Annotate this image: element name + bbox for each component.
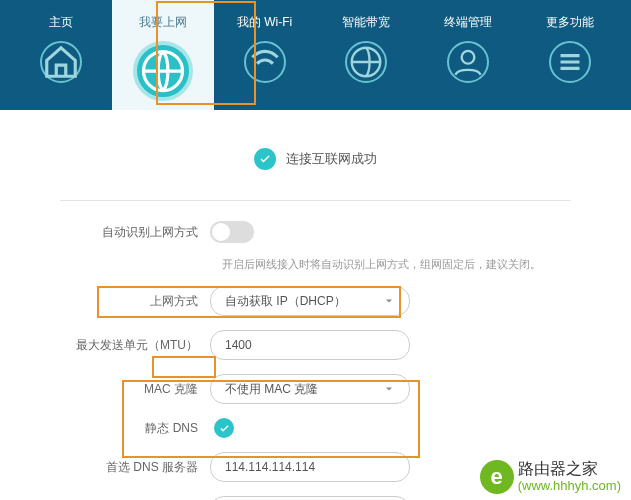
svg-point-2 <box>462 51 475 64</box>
check-icon <box>254 148 276 170</box>
dns2-input[interactable] <box>210 496 410 500</box>
nav-wifi[interactable]: 我的 Wi-Fi <box>214 0 316 110</box>
static-dns-label: 静态 DNS <box>60 420 210 437</box>
nav-terminal-label: 终端管理 <box>444 14 492 31</box>
main-panel: 连接互联网成功 自动识别上网方式 开启后网线接入时将自动识别上网方式，组网固定后… <box>0 110 631 500</box>
dns1-input[interactable] <box>210 452 410 482</box>
chevron-down-icon <box>383 383 395 395</box>
static-dns-checkbox[interactable] <box>214 418 234 438</box>
top-nav: 主页 我要上网 我的 Wi-Fi 智能带宽 终端管理 更多功能 <box>0 0 631 110</box>
status-text: 连接互联网成功 <box>286 150 377 168</box>
globe-icon <box>133 41 193 101</box>
nav-home[interactable]: 主页 <box>10 0 112 110</box>
nav-more-label: 更多功能 <box>546 14 594 31</box>
nav-internet-label: 我要上网 <box>139 14 187 31</box>
nav-more[interactable]: 更多功能 <box>519 0 621 110</box>
mtu-input[interactable] <box>210 330 410 360</box>
nav-bandwidth[interactable]: 智能带宽 <box>315 0 417 110</box>
watermark-url: (www.hhhyh.com) <box>518 478 621 494</box>
nav-terminal[interactable]: 终端管理 <box>417 0 519 110</box>
user-icon <box>447 41 489 83</box>
chevron-down-icon <box>383 295 395 307</box>
watermark: e 路由器之家 (www.hhhyh.com) <box>480 459 621 494</box>
status-row: 连接互联网成功 <box>60 148 571 170</box>
home-icon <box>40 41 82 83</box>
wifi-icon <box>244 41 286 83</box>
nav-home-label: 主页 <box>49 14 73 31</box>
mtu-label: 最大发送单元（MTU） <box>60 337 210 354</box>
mac-select[interactable]: 不使用 MAC 克隆 <box>210 374 410 404</box>
auto-detect-toggle[interactable] <box>210 221 254 243</box>
separator <box>60 200 571 201</box>
nav-bandwidth-label: 智能带宽 <box>342 14 390 31</box>
mac-label: MAC 克隆 <box>60 381 210 398</box>
menu-icon <box>549 41 591 83</box>
mac-value: 不使用 MAC 克隆 <box>225 381 318 398</box>
method-value: 自动获取 IP（DHCP） <box>225 293 346 310</box>
nav-internet[interactable]: 我要上网 <box>112 0 214 110</box>
watermark-title: 路由器之家 <box>518 459 621 478</box>
watermark-icon: e <box>480 460 514 494</box>
nav-wifi-label: 我的 Wi-Fi <box>237 14 292 31</box>
method-label: 上网方式 <box>60 293 210 310</box>
bandwidth-icon <box>345 41 387 83</box>
auto-detect-hint: 开启后网线接入时将自动识别上网方式，组网固定后，建议关闭。 <box>222 257 571 272</box>
method-select[interactable]: 自动获取 IP（DHCP） <box>210 286 410 316</box>
auto-detect-label: 自动识别上网方式 <box>60 224 210 241</box>
dns1-label: 首选 DNS 服务器 <box>60 459 210 476</box>
